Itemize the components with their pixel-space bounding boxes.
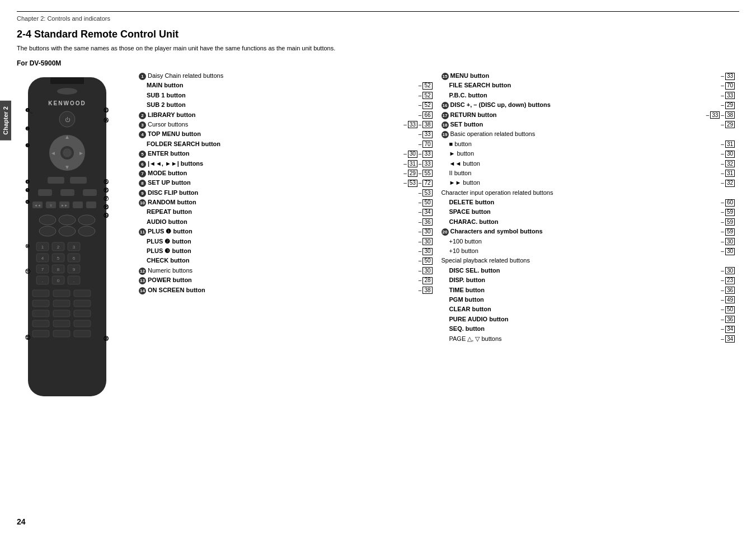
svg-rect-64 [74,310,91,317]
entry-label: 2LIBRARY button [139,111,419,119]
entry-page: –29 [721,101,735,109]
svg-text:⑲: ⑲ [104,213,109,218]
item-number: 14 [139,287,146,294]
item-label: DELETE button [449,199,495,205]
entry-label: PLUS ❸ button [139,247,419,255]
svg-text:⑳: ⑳ [104,336,109,341]
list-item: 19Basic operation related buttons [442,130,735,138]
svg-text:3: 3 [73,245,76,250]
entry-label: SUB 1 button [139,91,419,100]
list-item: 18SET button –29 [442,120,735,129]
entry-label: 3Cursor buttons [139,120,403,129]
svg-text:⑪: ⑪ [25,269,31,274]
item-label: RANDOM button [148,199,196,205]
entry-label: DELETE button [442,198,721,207]
remote-area: KENWOOD ⏻ ▲ ▼ ◄ ► [17,72,129,409]
entry-page: –30 [419,238,433,246]
entry-page: –30 [721,267,735,275]
item-label: CLEAR button [449,306,491,312]
entry-label: Special playback related buttons [442,256,735,265]
chapter-header: Chapter 2: Controls and indicators [17,11,739,22]
item-label: POWER button [148,277,192,283]
list-item: ► button –30 [442,149,735,158]
entry-page: –59 [721,228,735,236]
svg-text:❻: ❻ [25,199,30,205]
item-label: P.B.C. button [449,92,487,99]
list-item: Special playback related buttons [442,256,735,265]
item-label: FOLDER SEARCH button [147,140,220,147]
svg-rect-60 [53,300,70,307]
list-item: 7MODE button –29 –55 [139,169,433,177]
svg-point-26 [39,215,56,225]
svg-rect-61 [74,300,91,307]
entry-label: 10RANDOM button [139,198,419,207]
entry-page: –53 [419,189,433,197]
list-item: REPEAT button –34 [139,208,433,216]
list-item: SUB 2 button –52 [139,101,433,109]
entry-label: CLEAR button [442,305,721,313]
entry-label: ►► button [442,179,721,187]
svg-text:4: 4 [41,256,44,261]
entry-label: 14ON SCREEN button [139,286,419,294]
entry-page: –34 [721,325,735,333]
list-item: PLUS ❸ button –30 [139,247,433,255]
item-number: 11 [139,228,146,236]
svg-rect-58 [74,290,91,297]
list-item: FOLDER SEARCH button –70 [139,140,433,148]
list-item: 1Daisy Chain related buttons [139,72,433,80]
entry-label: 4TOP MENU button [139,130,419,138]
entry-label: ■ button [442,140,721,148]
chapter-tab: Chapter 2 [0,101,11,140]
entry-label: 6|◄◄, ►►| buttons [139,160,403,168]
item-number: 19 [442,131,449,138]
list-item: 10RANDOM button –50 [139,198,433,207]
entry-page: –31 –33 [403,160,432,168]
svg-text:0: 0 [57,278,60,283]
svg-text:⑮: ⑮ [104,179,109,185]
list-item: +10 button –30 [442,247,735,255]
item-label: Basic operation related buttons [450,130,536,137]
item-number: 15 [442,73,449,80]
entry-page: –59 [721,208,735,216]
item-label: DISP. button [449,277,486,283]
item-label: CHARAC. button [449,218,499,225]
list-item: 17RETURN button –33 –38 [442,111,735,119]
item-label: II button [449,170,472,176]
entry-page: –30 –33 [403,150,432,158]
list-item: FILE SEARCH button –70 [442,81,735,90]
entry-label: 7MODE button [139,169,403,177]
item-label: TIME button [449,287,485,293]
entry-page: –59 [721,218,735,226]
list-item: PGM button –49 [442,296,735,304]
item-number: 12 [139,268,146,275]
entry-page: –30 [721,150,735,158]
list-item: 9DISC FLIP button –53 [139,189,433,197]
entry-label: SUB 2 button [139,101,419,109]
svg-rect-59 [32,300,49,307]
item-label: RETURN button [450,111,497,118]
svg-point-28 [78,215,95,225]
list-item: DISP. button –23 [442,276,735,284]
list-item: Character input operation related button… [442,189,735,197]
item-label: Character input operation related button… [442,189,553,196]
entry-label: 17RETURN button [442,111,706,119]
list-item: 13POWER button –28 [139,276,433,284]
item-number: 16 [442,102,449,109]
item-label: MENU button [450,72,490,79]
item-label: ON SCREEN button [148,287,205,293]
list-item: CLEAR button –50 [442,305,735,313]
entry-page: –70 [419,140,433,148]
item-label: DISC +, – (DISC up, down) buttons [450,101,551,108]
item-label: REPEAT button [147,208,192,215]
list-item: II button –31 [442,169,735,177]
svg-rect-17 [83,189,97,196]
svg-text:⑩: ⑩ [25,243,30,249]
entry-page: –66 [419,111,433,119]
item-label: PLUS ❷ button [147,238,191,245]
list-item: MAIN button –52 [139,81,433,90]
svg-rect-65 [32,320,49,327]
item-number: 6 [139,161,146,168]
entry-label: Character input operation related button… [442,189,735,197]
svg-rect-69 [53,330,70,337]
svg-text:❶: ❶ [25,107,30,113]
